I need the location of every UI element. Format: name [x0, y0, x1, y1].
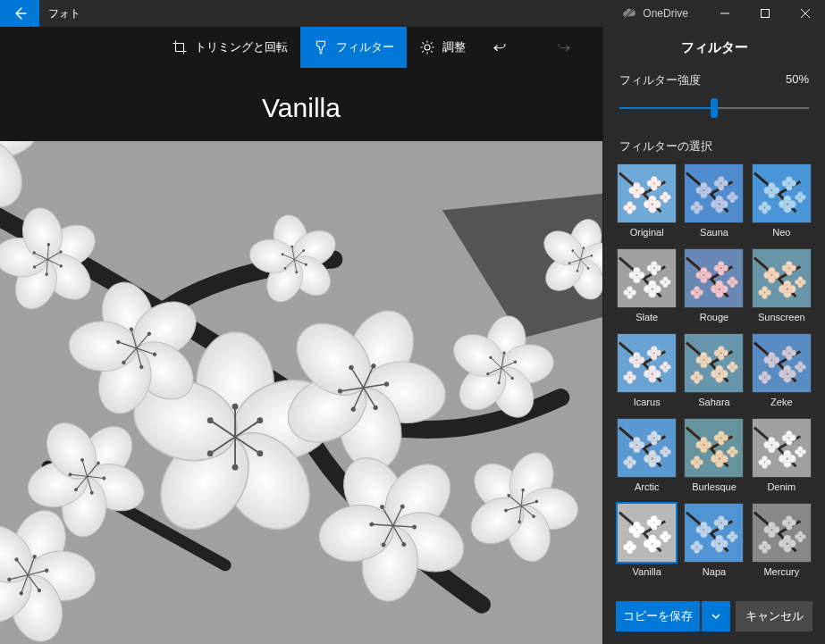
svg-rect-75 — [618, 419, 676, 477]
titlebar: フォト OneDrive — [0, 0, 825, 27]
filter-option-slate[interactable]: Slate — [616, 248, 678, 328]
filter-option-mercury[interactable]: Mercury — [751, 503, 812, 582]
tab-adjust-label: 調整 — [442, 39, 466, 55]
filter-option-napa[interactable]: Napa — [683, 503, 745, 582]
filter-thumbnail — [617, 418, 677, 478]
save-copy-split-button: コピーを保存 — [616, 601, 730, 631]
filter-option-label: Original — [630, 227, 664, 238]
filter-option-burlesque[interactable]: Burlesque — [683, 418, 745, 498]
chevron-down-icon — [711, 611, 721, 622]
filter-select-label: フィルターの選択 — [603, 138, 825, 163]
filter-thumbnail — [684, 248, 744, 308]
filter-option-label: Arctic — [635, 481, 660, 492]
back-arrow-icon — [13, 6, 27, 21]
filter-option-original[interactable]: Original — [616, 163, 678, 243]
filter-option-label: Mercury — [763, 566, 799, 577]
filter-thumbnail — [617, 248, 677, 308]
editor-area: トリミングと回転 フィルター 調整 Vanilla — [0, 27, 602, 644]
filter-option-label: Vanilla — [633, 566, 661, 577]
svg-line-47 — [431, 42, 433, 44]
svg-point-39 — [425, 45, 430, 50]
svg-rect-70 — [685, 249, 743, 307]
tab-filter[interactable]: フィルター — [300, 27, 407, 68]
filter-thumbnail — [684, 163, 744, 223]
adjust-icon — [419, 39, 435, 55]
filter-brush-icon — [313, 39, 329, 55]
save-copy-dropdown-button[interactable] — [702, 601, 730, 631]
tab-adjust[interactable]: 調整 — [407, 27, 478, 68]
svg-line-45 — [431, 51, 433, 53]
undo-icon — [492, 39, 508, 55]
crop-icon — [172, 39, 188, 55]
window-maximize-button[interactable] — [745, 0, 785, 27]
slider-fill — [619, 107, 714, 109]
filter-thumbnail — [752, 418, 812, 478]
filter-thumbnail — [752, 503, 812, 563]
filter-strength-value: 50% — [786, 72, 809, 88]
svg-rect-74 — [753, 334, 811, 392]
filter-option-vanilla[interactable]: Vanilla — [616, 503, 678, 582]
app-title: フォト — [39, 0, 89, 27]
filter-option-label: Neo — [772, 227, 790, 238]
image-canvas[interactable] — [0, 141, 602, 644]
svg-rect-68 — [753, 164, 811, 222]
svg-rect-79 — [685, 504, 743, 562]
filter-option-neo[interactable]: Neo — [751, 163, 812, 243]
svg-rect-67 — [685, 164, 743, 222]
filter-option-label: Zeke — [770, 397, 792, 407]
edit-toolbar: トリミングと回転 フィルター 調整 — [0, 27, 602, 68]
filter-thumbnail — [752, 248, 812, 308]
filter-thumbnail — [752, 333, 812, 393]
tab-filter-label: フィルター — [336, 39, 394, 55]
filter-thumbnail — [684, 503, 744, 563]
filter-option-label: Icarus — [634, 397, 661, 407]
filter-option-label: Burlesque — [692, 481, 737, 492]
back-button[interactable] — [0, 0, 39, 27]
onedrive-label: OneDrive — [643, 7, 688, 20]
redo-icon — [556, 39, 572, 55]
filter-option-sauna[interactable]: Sauna — [683, 163, 745, 243]
filter-option-rouge[interactable]: Rouge — [683, 248, 745, 328]
applied-filter-name: Vanilla — [0, 68, 602, 141]
svg-line-44 — [422, 42, 424, 44]
cancel-button[interactable]: キャンセル — [736, 601, 812, 631]
filter-option-label: Napa — [703, 566, 726, 577]
filter-strength-slider[interactable] — [619, 97, 809, 119]
filter-option-label: Sauna — [700, 227, 728, 238]
tab-crop-rotate[interactable]: トリミングと回転 — [159, 27, 300, 68]
filter-option-label: Slate — [636, 312, 658, 322]
filter-thumbnail — [617, 333, 677, 393]
window-close-button[interactable] — [785, 0, 825, 27]
filter-strength-label: フィルター強度 — [619, 72, 701, 88]
svg-rect-73 — [685, 334, 743, 392]
panel-title: フィルター — [603, 27, 825, 72]
filter-option-sahara[interactable]: Sahara — [683, 333, 745, 413]
filter-option-icarus[interactable]: Icarus — [616, 333, 678, 413]
onedrive-status[interactable]: OneDrive — [621, 0, 704, 27]
svg-rect-34 — [761, 10, 769, 18]
svg-rect-76 — [685, 419, 743, 477]
filter-thumbnail — [617, 503, 677, 563]
filter-panel: フィルター フィルター強度 50% フィルターの選択 OriginalSauna… — [602, 27, 825, 644]
filter-option-arctic[interactable]: Arctic — [616, 418, 678, 498]
svg-line-46 — [422, 51, 424, 53]
filter-option-label: Denim — [767, 481, 796, 492]
svg-rect-72 — [618, 334, 676, 392]
slider-thumb[interactable] — [711, 98, 718, 118]
filter-thumbnail — [752, 163, 812, 223]
filter-option-zeke[interactable]: Zeke — [751, 333, 812, 413]
tab-crop-rotate-label: トリミングと回転 — [195, 39, 288, 55]
undo-button[interactable] — [486, 27, 513, 68]
cloud-icon — [621, 5, 637, 21]
filter-thumbnail — [617, 163, 677, 223]
filter-option-denim[interactable]: Denim — [751, 418, 812, 498]
filter-thumbnail — [684, 333, 744, 393]
save-copy-button[interactable]: コピーを保存 — [616, 601, 700, 631]
filter-option-sunscreen[interactable]: Sunscreen — [751, 248, 812, 328]
redo-button[interactable] — [551, 27, 577, 68]
filter-option-label: Sahara — [698, 397, 729, 407]
filter-grid: OriginalSaunaNeoSlateRougeSunscreenIcaru… — [603, 163, 825, 582]
filter-option-label: Sunscreen — [758, 312, 805, 322]
filter-thumbnail — [684, 418, 744, 478]
window-minimize-button[interactable] — [704, 0, 745, 27]
